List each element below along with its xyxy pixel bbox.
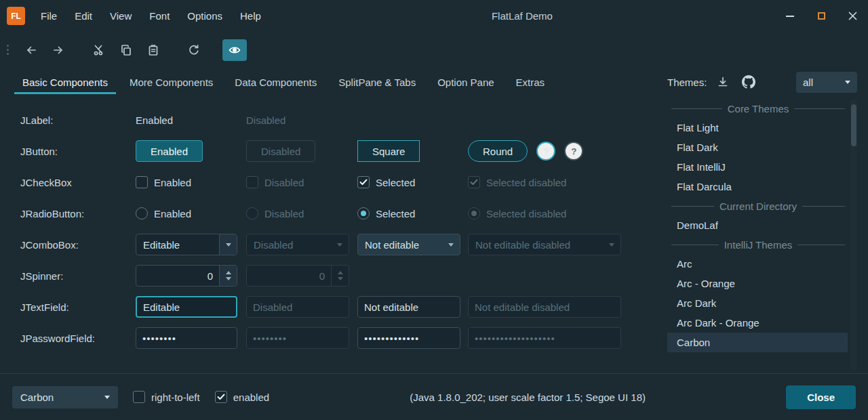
radio-circle — [136, 207, 148, 219]
github-button[interactable] — [739, 72, 758, 91]
button-enabled[interactable]: Enabled — [136, 140, 203, 162]
copy-icon — [120, 44, 132, 56]
checkbox-selected-disabled: Selected disabled — [468, 176, 566, 188]
textfield-not-editable-disabled — [468, 296, 621, 318]
tab-more-components[interactable]: More Components — [119, 68, 224, 96]
radio-disabled: Disabled — [246, 207, 304, 219]
theme-list: Core Themes Flat Light Flat Dark Flat In… — [667, 96, 857, 373]
paste-button[interactable] — [141, 39, 165, 61]
row-label-jbutton: JButton: — [20, 135, 136, 167]
enabled-checkbox[interactable]: enabled — [215, 391, 269, 403]
toolbar-grip[interactable] — [7, 43, 12, 58]
passwordfield-editable[interactable] — [136, 327, 237, 349]
scrollbar-thumb[interactable] — [851, 104, 856, 146]
tab-basic-components[interactable]: Basic Components — [12, 68, 119, 96]
row-label-jpasswordfield: JPasswordField: — [20, 322, 136, 354]
radio-enabled[interactable]: Enabled — [136, 207, 191, 219]
themes-filter-combobox[interactable]: all — [796, 72, 857, 93]
refresh-icon — [188, 44, 200, 56]
themes-panel: Themes: all Core Themes Flat Light Flat … — [667, 68, 868, 373]
checkbox-check-icon — [215, 391, 227, 403]
theme-item-demolaf[interactable]: DemoLaf — [667, 215, 848, 235]
tab-option-pane[interactable]: Option Pane — [427, 68, 505, 96]
button-square[interactable]: Square — [357, 140, 420, 162]
menu-file[interactable]: File — [32, 0, 66, 32]
spinner-up-icon — [226, 271, 231, 274]
row-label-jspinner: JSpinner: — [20, 260, 136, 291]
refresh-button[interactable] — [182, 39, 206, 61]
menu-options[interactable]: Options — [178, 0, 231, 32]
theme-item-arc-dark[interactable]: Arc Dark — [667, 293, 848, 313]
theme-item-flat-intellij[interactable]: Flat IntelliJ — [667, 157, 848, 177]
spinner-input — [247, 266, 331, 286]
menu-help[interactable]: Help — [231, 0, 270, 32]
cut-button[interactable] — [87, 39, 111, 61]
copy-button[interactable] — [114, 39, 138, 61]
textfield-editable[interactable] — [136, 296, 237, 318]
download-icon — [717, 76, 729, 88]
chevron-down-icon — [603, 234, 620, 255]
main-panel: Basic Components More Components Data Co… — [0, 68, 667, 373]
radio-selected[interactable]: Selected — [357, 207, 415, 219]
combobox-disabled: Disabled — [246, 234, 349, 255]
show-hints-button[interactable] — [222, 39, 247, 61]
back-button[interactable] — [19, 39, 43, 61]
spinner-up-icon — [338, 271, 343, 274]
themes-label: Themes: — [667, 77, 707, 88]
theme-item-arc[interactable]: Arc — [667, 254, 848, 274]
spinner-disabled — [246, 265, 349, 287]
theme-list-scrollbar[interactable] — [850, 99, 857, 371]
spinner-input[interactable] — [136, 266, 219, 286]
spinner-down-icon — [338, 277, 343, 280]
download-themes-button[interactable] — [713, 72, 732, 91]
app-logo: FL — [7, 7, 25, 25]
spinner-buttons[interactable] — [219, 266, 237, 286]
theme-item-arc-dark-orange[interactable]: Arc Dark - Orange — [667, 313, 848, 333]
runtime-info: (Java 1.8.0_202; user scale factor 1.5; … — [410, 392, 646, 403]
chevron-down-icon — [104, 396, 110, 399]
tab-extras[interactable]: Extras — [505, 68, 556, 96]
laf-combobox[interactable]: Carbon — [12, 386, 118, 408]
radio-dot-icon — [357, 207, 370, 219]
right-to-left-checkbox[interactable]: right-to-left — [133, 391, 200, 403]
jlabel-disabled: Disabled — [246, 114, 285, 126]
tabbar: Basic Components More Components Data Co… — [0, 68, 667, 96]
forward-button[interactable] — [46, 39, 71, 61]
close-window-button[interactable] — [837, 0, 868, 32]
chevron-down-icon[interactable] — [442, 234, 460, 255]
close-button[interactable]: Close — [786, 385, 856, 409]
passwordfield-disabled — [246, 327, 349, 349]
theme-item-arc-orange[interactable]: Arc - Orange — [667, 274, 848, 293]
menu-font[interactable]: Font — [140, 0, 178, 32]
menu-edit[interactable]: Edit — [66, 0, 101, 32]
combobox-not-editable[interactable]: Not editable — [357, 234, 460, 255]
tab-data-components[interactable]: Data Components — [224, 68, 328, 96]
menu-view[interactable]: View — [101, 0, 140, 32]
chevron-down-icon[interactable] — [219, 234, 237, 255]
combobox-editable[interactable]: Editable — [136, 234, 237, 255]
theme-item-flat-darcula[interactable]: Flat Darcula — [667, 177, 848, 196]
maximize-button[interactable] — [806, 0, 837, 32]
help-button[interactable]: ? — [536, 142, 555, 161]
theme-item-flat-dark[interactable]: Flat Dark — [667, 138, 848, 157]
checkbox-box — [246, 176, 258, 188]
checkbox-selected[interactable]: Selected — [357, 176, 415, 188]
passwordfield-not-editable[interactable] — [357, 327, 460, 349]
checkbox-box — [136, 176, 148, 188]
spinner-enabled[interactable] — [136, 265, 237, 287]
checkbox-check-icon — [357, 176, 370, 188]
passwordfield-not-editable-disabled — [468, 327, 621, 349]
textfield-disabled — [246, 296, 349, 318]
back-icon — [25, 44, 37, 56]
minimize-button[interactable] — [774, 0, 806, 32]
button-round[interactable]: Round — [468, 140, 528, 162]
theme-item-carbon[interactable]: Carbon — [667, 333, 848, 352]
radio-dot-icon — [468, 207, 480, 219]
tab-splitpane-tabs[interactable]: SplitPane & Tabs — [328, 68, 427, 96]
checkbox-enabled[interactable]: Enabled — [136, 176, 191, 188]
row-label-jradiobutton: JRadioButton: — [20, 198, 136, 229]
chevron-down-icon — [845, 81, 850, 84]
textfield-not-editable[interactable] — [357, 296, 460, 318]
forward-icon — [52, 44, 64, 56]
theme-item-flat-light[interactable]: Flat Light — [667, 118, 848, 138]
